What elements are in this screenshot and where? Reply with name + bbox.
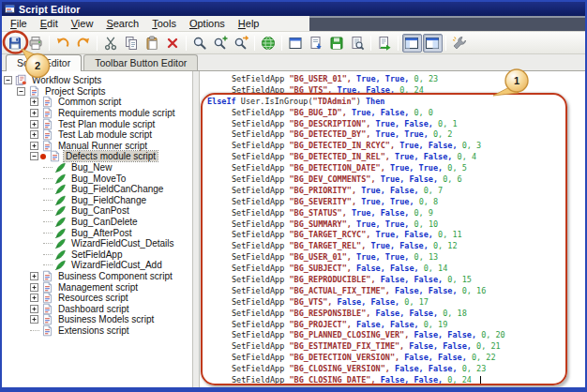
find-next-button[interactable]	[211, 34, 231, 53]
tab-script-editor[interactable]: Script Editor	[6, 54, 82, 71]
menu-item-tools[interactable]: Tools	[145, 17, 183, 30]
tree-item-bug-canpost[interactable]: Bug_CanPost	[2, 205, 192, 217]
tree-item-wizardfieldcust-add[interactable]: WizardFieldCust_Add	[2, 260, 192, 271]
code-token: "BG_REPRODUCIBLE",	[289, 275, 380, 284]
code-line: SetFieldApp "BG_CLOSING_DATE", False, Fa…	[205, 375, 585, 386]
tree-item-bug-fieldcanchange[interactable]: Bug_FieldCanChange	[2, 184, 192, 195]
code-token: SetFieldApp	[232, 163, 289, 173]
find-next-icon	[213, 36, 228, 51]
toggle-tree-view-button[interactable]	[402, 34, 422, 53]
customize-button[interactable]	[450, 34, 470, 53]
collapse-toggle-icon[interactable]	[4, 76, 14, 84]
run-button[interactable]	[375, 34, 395, 53]
menu-item-search[interactable]: Search	[99, 17, 145, 30]
tree-item-bug-moveto[interactable]: Bug_MoveTo	[2, 173, 192, 184]
expand-toggle-icon[interactable]	[30, 142, 40, 150]
save-button[interactable]	[6, 34, 25, 53]
code-token: 8	[433, 197, 438, 206]
cut-button[interactable]	[101, 34, 121, 53]
syntax-check-button[interactable]	[259, 34, 278, 53]
code-token: True,	[385, 252, 414, 262]
code-token: False,	[424, 152, 458, 161]
menu-item-file[interactable]: File	[4, 17, 34, 30]
code-token: 13	[429, 252, 438, 262]
code-token: 0,	[414, 108, 429, 117]
tree-item-business-component-script[interactable]: Business Component script	[2, 271, 192, 282]
tree-item-bug-new[interactable]: Bug_New	[2, 162, 192, 173]
tree-connector	[43, 210, 53, 211]
delete-button[interactable]	[163, 34, 183, 53]
tree-item-requirements-module-script[interactable]: Requirements module script	[2, 108, 192, 119]
collapse-toggle-icon[interactable]	[30, 152, 40, 160]
undo-button[interactable]	[53, 34, 73, 53]
expand-toggle-icon[interactable]	[30, 120, 40, 128]
save-icon	[8, 36, 23, 51]
tree-item-defects-module-script[interactable]: Defects module script	[2, 151, 192, 162]
tree-item-common-script[interactable]: Common script	[2, 97, 192, 108]
find-button[interactable]	[190, 34, 210, 53]
splitter[interactable]	[192, 71, 200, 387]
code-token: False,	[356, 264, 390, 273]
tree-item-setfieldapp[interactable]: SetFieldApp	[2, 249, 192, 261]
tree-item-workflow-scripts[interactable]: Workflow Scripts	[2, 75, 192, 86]
save-all-button[interactable]	[327, 34, 347, 53]
menu-item-edit[interactable]: Edit	[34, 17, 65, 30]
tree-item-extensions-script[interactable]: Extensions script	[2, 325, 192, 337]
tree-connector	[43, 167, 53, 168]
expand-toggle-icon[interactable]	[30, 109, 40, 117]
tree-item-bug-fieldchange[interactable]: Bug_FieldChange	[2, 195, 192, 206]
code-token: False,	[447, 330, 481, 339]
tab-toolbar-button-editor[interactable]: Toolbar Button Editor	[83, 54, 198, 70]
code-editor[interactable]: SetFieldApp "BG_USER_01", True, True, 0,…	[200, 71, 585, 387]
collapse-toggle-icon[interactable]	[17, 87, 27, 96]
copy-button[interactable]	[122, 34, 142, 53]
tree-item-manual-runner-script[interactable]: Manual Runner script	[2, 141, 192, 152]
tree-item-label: Bug_MoveTo	[69, 173, 128, 184]
redo-button[interactable]	[74, 34, 94, 53]
menu-item-view[interactable]: View	[65, 17, 100, 30]
tree-item-resources-script[interactable]: Resources script	[2, 293, 192, 304]
code-token: 0,	[443, 309, 457, 318]
expand-toggle-icon[interactable]	[30, 305, 40, 313]
expand-toggle-icon[interactable]	[30, 283, 40, 292]
code-line: SetFieldApp "BG_DETECTED_IN_REL", True, …	[205, 152, 585, 163]
window-button[interactable]	[286, 34, 306, 53]
menu-item-help[interactable]: Help	[232, 17, 266, 30]
tree-item-bug-candelete[interactable]: Bug_CanDelete	[2, 217, 192, 228]
tree-item-wizardfieldcust-details[interactable]: WizardFieldCust_Details	[2, 238, 192, 249]
tree-indent	[2, 210, 43, 211]
code-token: 4	[472, 152, 476, 161]
expand-toggle-icon[interactable]	[30, 272, 40, 280]
code-token: 19	[438, 320, 447, 329]
expand-toggle-icon[interactable]	[30, 294, 40, 302]
code-token: 0,	[399, 85, 414, 95]
code-token: SetFieldApp	[232, 230, 289, 239]
tree-item-business-models-script[interactable]: Business Models script	[2, 314, 192, 325]
tree-item-test-lab-module-script[interactable]: Test Lab module script	[2, 129, 192, 141]
menu-item-options[interactable]: Options	[183, 17, 232, 30]
expand-toggle-icon[interactable]	[30, 315, 40, 324]
tree-item-test-plan-module-script[interactable]: Test Plan module script	[2, 118, 192, 129]
tree-connector	[43, 200, 53, 201]
toggle-properties-button[interactable]	[423, 34, 443, 53]
export-button[interactable]	[307, 34, 326, 53]
paste-button[interactable]	[143, 34, 162, 53]
code-token: 0,	[443, 174, 457, 184]
tree-item-project-scripts[interactable]: Project Scripts	[2, 86, 192, 98]
tree-item-bug-afterpost[interactable]: Bug_AfterPost	[2, 227, 192, 238]
code-token: ElseIf	[207, 97, 241, 106]
customize-icon	[452, 36, 467, 51]
code-token: 3	[476, 141, 481, 150]
expand-toggle-icon[interactable]	[30, 130, 40, 139]
preview-button[interactable]	[348, 34, 368, 53]
save-all-icon	[329, 36, 344, 51]
find-in-selection-button[interactable]	[232, 34, 251, 53]
expand-toggle-icon[interactable]	[30, 98, 40, 106]
toolbar-separator	[97, 36, 98, 51]
tree-connector	[43, 243, 53, 244]
delete-icon	[165, 36, 180, 51]
tree-item-management-script[interactable]: Management script	[2, 281, 192, 293]
tree-item-dashboard-script[interactable]: Dashboard script	[2, 303, 192, 314]
print-button[interactable]	[26, 34, 46, 53]
code-token: True,	[404, 129, 433, 139]
